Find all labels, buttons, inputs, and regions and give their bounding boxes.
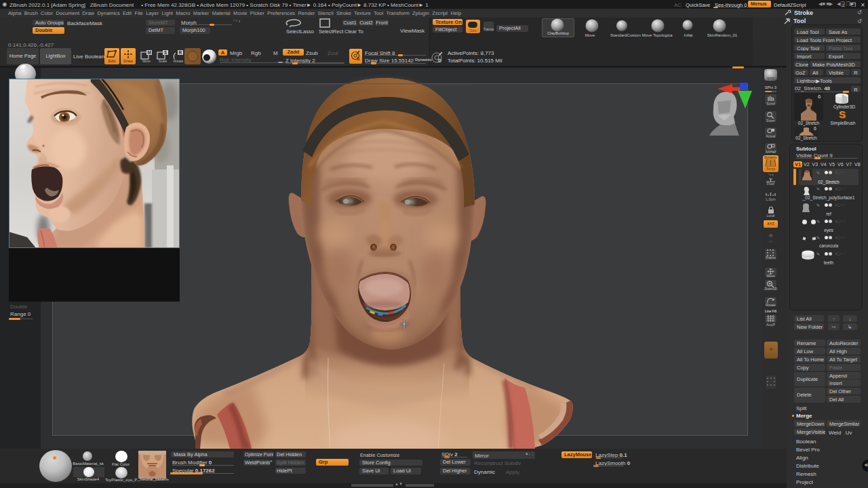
svg-text:R: R: [179, 50, 182, 55]
svg-text:M: M: [147, 50, 151, 55]
svg-text:S: S: [164, 50, 167, 55]
svg-text:S: S: [357, 56, 360, 61]
svg-text:D: D: [438, 58, 441, 63]
